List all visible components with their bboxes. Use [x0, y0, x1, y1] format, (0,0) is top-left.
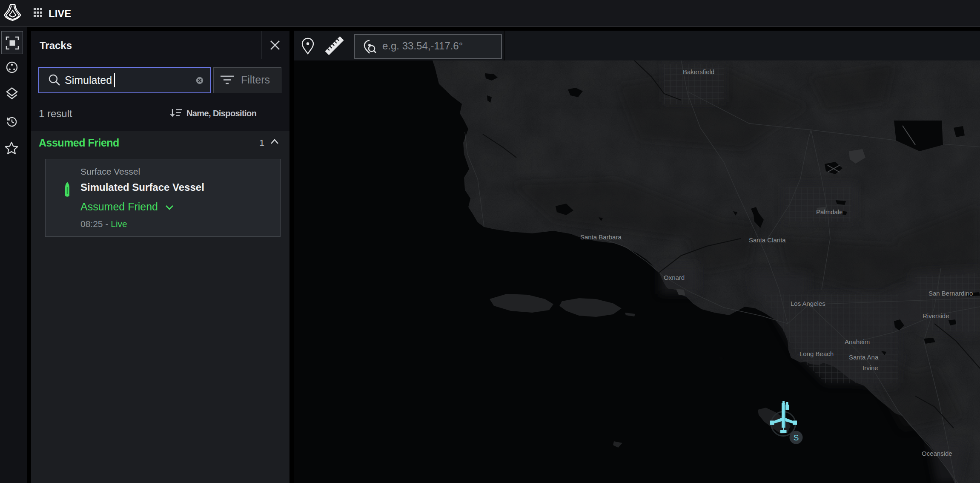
- svg-text:San Bernardino: San Bernardino: [928, 290, 973, 297]
- svg-text:Oceanside: Oceanside: [922, 450, 952, 457]
- svg-text:Irvine: Irvine: [863, 364, 878, 371]
- svg-text:Santa Ana: Santa Ana: [849, 354, 879, 361]
- svg-text:S: S: [794, 433, 799, 442]
- svg-text:Bakersfield: Bakersfield: [683, 68, 714, 75]
- svg-text:Palmdale: Palmdale: [816, 208, 843, 216]
- svg-text:Long Beach: Long Beach: [799, 350, 834, 357]
- svg-text:Oxnard: Oxnard: [664, 274, 685, 281]
- svg-text:Santa Barbara: Santa Barbara: [580, 233, 622, 241]
- svg-text:Anaheim: Anaheim: [845, 338, 870, 345]
- svg-text:Los Angeles: Los Angeles: [791, 300, 825, 307]
- svg-text:Riverside: Riverside: [923, 312, 949, 319]
- svg-text:Santa Clarita: Santa Clarita: [749, 236, 786, 244]
